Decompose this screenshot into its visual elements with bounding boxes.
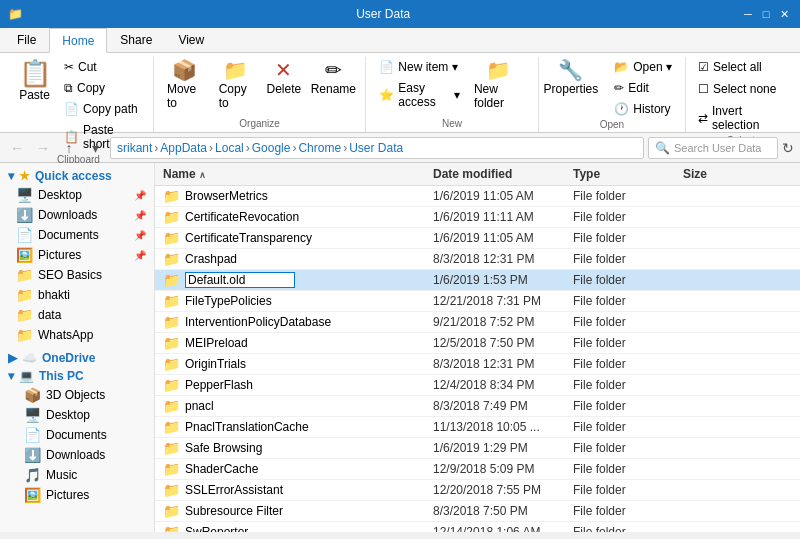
- copy-to-button[interactable]: 📁 Copy to: [212, 57, 261, 113]
- file-size: [675, 194, 755, 198]
- table-row[interactable]: 📁Subresource Filter8/3/2018 7:50 PMFile …: [155, 501, 800, 522]
- history-icon: 🕐: [614, 102, 629, 116]
- col-header-date[interactable]: Date modified: [425, 165, 565, 183]
- table-row[interactable]: 📁FileTypePolicies12/21/2018 7:31 PMFile …: [155, 291, 800, 312]
- tab-share[interactable]: Share: [107, 28, 165, 52]
- back-button[interactable]: ←: [6, 137, 28, 159]
- window-icon: 📁: [8, 7, 23, 21]
- path-local[interactable]: Local: [215, 141, 244, 155]
- table-row[interactable]: 📁SwReporter12/14/2018 1:06 AMFile folder: [155, 522, 800, 532]
- copy-path-button[interactable]: 📄 Copy path: [59, 99, 145, 119]
- path-chrome[interactable]: Chrome: [298, 141, 341, 155]
- ribbon-group-open: 🔧 Properties 📂 Open ▾ ✏ Edit 🕐 History O…: [539, 57, 686, 132]
- select-none-label: Select none: [713, 82, 776, 96]
- table-row[interactable]: 📁PnaclTranslationCache11/13/2018 10:05 .…: [155, 417, 800, 438]
- invert-selection-button[interactable]: ⇄ Invert selection: [691, 101, 791, 135]
- table-row[interactable]: 📁InterventionPolicyDatabase9/21/2018 7:5…: [155, 312, 800, 333]
- tab-home[interactable]: Home: [49, 28, 107, 53]
- file-date: 12/14/2018 1:06 AM: [425, 523, 565, 532]
- sidebar-item-bhakti[interactable]: 📁 bhakti: [0, 285, 154, 305]
- refresh-button[interactable]: ↻: [782, 140, 794, 156]
- rename-button[interactable]: ✏ Rename: [307, 57, 359, 99]
- new-item-button[interactable]: 📄 New item ▾: [374, 57, 465, 77]
- open-button[interactable]: 📂 Open ▾: [607, 57, 687, 77]
- path-appdata[interactable]: AppData: [160, 141, 207, 155]
- ribbon-tab-bar: File Home Share View: [0, 28, 800, 53]
- file-date: 12/5/2018 7:50 PM: [425, 334, 565, 352]
- sidebar-item-desktop[interactable]: 🖥️ Desktop 📌: [0, 185, 154, 205]
- sidebar-item-pictures[interactable]: 🖼️ Pictures 📌: [0, 245, 154, 265]
- search-box[interactable]: 🔍 Search User Data: [648, 137, 778, 159]
- delete-button[interactable]: ✕ Delete: [262, 57, 305, 99]
- minimize-button[interactable]: ─: [740, 6, 756, 22]
- history-button[interactable]: 🕐 History: [607, 99, 687, 119]
- maximize-button[interactable]: □: [758, 6, 774, 22]
- table-row[interactable]: 📁MEIPreload12/5/2018 7:50 PMFile folder: [155, 333, 800, 354]
- file-type: File folder: [565, 229, 675, 247]
- table-row[interactable]: 📁SSLErrorAssistant12/20/2018 7:55 PMFile…: [155, 480, 800, 501]
- address-path[interactable]: srikant › AppData › Local › Google › Chr…: [110, 137, 644, 159]
- sidebar-item-documents-pc[interactable]: 📄 Documents: [0, 425, 154, 445]
- table-row[interactable]: 📁ShaderCache12/9/2018 5:09 PMFile folder: [155, 459, 800, 480]
- tab-file[interactable]: File: [4, 28, 49, 52]
- open-small-group: 📂 Open ▾ ✏ Edit 🕐 History: [607, 57, 687, 119]
- sidebar-this-pc[interactable]: ▾ 💻 This PC: [0, 367, 154, 385]
- col-date-label: Date modified: [433, 167, 512, 181]
- path-sep-5: ›: [341, 141, 349, 155]
- path-google[interactable]: Google: [252, 141, 291, 155]
- sidebar-item-desktop-pc[interactable]: 🖥️ Desktop: [0, 405, 154, 425]
- col-header-size[interactable]: Size: [675, 165, 755, 183]
- sidebar-item-data[interactable]: 📁 data: [0, 305, 154, 325]
- sidebar-item-downloads[interactable]: ⬇️ Downloads 📌: [0, 205, 154, 225]
- select-none-button[interactable]: ☐ Select none: [691, 79, 791, 99]
- move-to-button[interactable]: 📦 Move to: [160, 57, 210, 113]
- sidebar-item-3d-objects[interactable]: 📦 3D Objects: [0, 385, 154, 405]
- table-row[interactable]: 📁PepperFlash12/4/2018 8:34 PMFile folder: [155, 375, 800, 396]
- table-row[interactable]: 📁1/6/2019 1:53 PMFile folder: [155, 270, 800, 291]
- select-all-button[interactable]: ☑ Select all: [691, 57, 791, 77]
- col-header-name[interactable]: Name ∧: [155, 165, 425, 183]
- table-row[interactable]: 📁Safe Browsing1/6/2019 1:29 PMFile folde…: [155, 438, 800, 459]
- open-icon: 📂: [614, 60, 629, 74]
- sidebar-item-documents[interactable]: 📄 Documents 📌: [0, 225, 154, 245]
- easy-access-button[interactable]: ⭐ Easy access ▾: [374, 78, 465, 112]
- forward-button[interactable]: →: [32, 137, 54, 159]
- new-folder-button[interactable]: 📁 New folder: [467, 57, 530, 113]
- file-size: [675, 278, 755, 282]
- table-row[interactable]: 📁CertificateRevocation1/6/2019 11:11 AMF…: [155, 207, 800, 228]
- edit-button[interactable]: ✏ Edit: [607, 78, 687, 98]
- rename-input[interactable]: [185, 272, 295, 288]
- close-button[interactable]: ✕: [776, 6, 792, 22]
- new-folder-label: New folder: [474, 82, 523, 110]
- file-name-cell: 📁CertificateTransparency: [155, 228, 425, 248]
- table-row[interactable]: 📁CertificateTransparency1/6/2019 11:05 A…: [155, 228, 800, 249]
- properties-button[interactable]: 🔧 Properties: [537, 57, 606, 99]
- file-size: [675, 383, 755, 387]
- path-srikant[interactable]: srikant: [117, 141, 152, 155]
- edit-label: Edit: [628, 81, 649, 95]
- folder-icon: 📁: [163, 461, 180, 477]
- ribbon-group-new: 📄 New item ▾ ⭐ Easy access ▾ 📁 New folde…: [366, 57, 538, 132]
- sidebar-item-seo[interactable]: 📁 SEO Basics: [0, 265, 154, 285]
- table-row[interactable]: 📁Crashpad8/3/2018 12:31 PMFile folder: [155, 249, 800, 270]
- sidebar-item-whatsapp[interactable]: 📁 WhatsApp: [0, 325, 154, 345]
- sidebar-onedrive[interactable]: ▶ ☁️ OneDrive: [0, 349, 154, 367]
- paste-button[interactable]: 📋 Paste: [12, 57, 57, 105]
- up-button[interactable]: ↑: [58, 137, 80, 159]
- cut-button[interactable]: ✂ Cut: [59, 57, 145, 77]
- table-row[interactable]: 📁OriginTrials8/3/2018 12:31 PMFile folde…: [155, 354, 800, 375]
- sidebar-item-downloads-pc[interactable]: ⬇️ Downloads: [0, 445, 154, 465]
- recent-locations-button[interactable]: ▾: [84, 137, 106, 159]
- sidebar-item-pictures-pc[interactable]: 🖼️ Pictures: [0, 485, 154, 505]
- tab-view[interactable]: View: [165, 28, 217, 52]
- sidebar-item-music[interactable]: 🎵 Music: [0, 465, 154, 485]
- invert-icon: ⇄: [698, 111, 708, 125]
- quick-access-arrow: ▾: [8, 169, 14, 183]
- path-userdata[interactable]: User Data: [349, 141, 403, 155]
- table-row[interactable]: 📁BrowserMetrics1/6/2019 11:05 AMFile fol…: [155, 186, 800, 207]
- copy-button[interactable]: ⧉ Copy: [59, 78, 145, 98]
- col-header-type[interactable]: Type: [565, 165, 675, 183]
- table-row[interactable]: 📁pnacl8/3/2018 7:49 PMFile folder: [155, 396, 800, 417]
- sidebar-quick-access[interactable]: ▾ ★ Quick access: [0, 167, 154, 185]
- open-buttons: 🔧 Properties 📂 Open ▾ ✏ Edit 🕐 History: [537, 57, 688, 119]
